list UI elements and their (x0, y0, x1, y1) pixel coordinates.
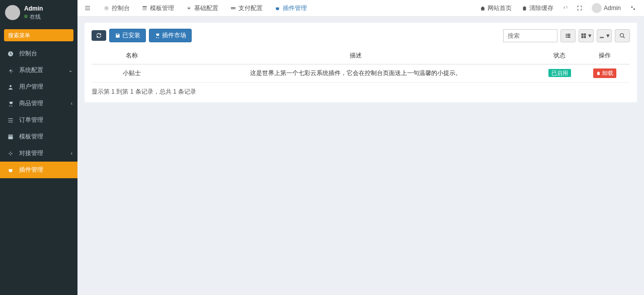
chevron-left-icon: ‹ (71, 151, 72, 156)
home-link[interactable]: 网站首页 (475, 0, 517, 17)
svg-rect-7 (9, 134, 13, 135)
list-icon (565, 33, 571, 39)
svg-rect-24 (568, 35, 571, 36)
col-name[interactable]: 名称 (92, 47, 172, 64)
tab-template[interactable]: 模板管理 (136, 0, 180, 17)
cart-icon (6, 101, 15, 107)
status-badge[interactable]: 已启用 (548, 69, 571, 77)
plug-icon (275, 6, 280, 11)
svg-rect-10 (85, 8, 90, 9)
sidebar-item-template[interactable]: 模板管理 (0, 128, 77, 145)
search-input[interactable] (4, 29, 73, 41)
svg-rect-13 (142, 6, 146, 7)
clear-cache-link[interactable]: 清除缓存 (517, 0, 558, 17)
sidebar-label: 用户管理 (19, 83, 43, 91)
svg-rect-25 (568, 37, 571, 38)
gears-icon (630, 5, 636, 11)
sidebar-search (0, 25, 77, 45)
sidebar-item-console[interactable]: 控制台 (0, 45, 77, 62)
svg-rect-27 (584, 33, 586, 35)
user-status: 在线 (24, 13, 43, 20)
template-icon (6, 134, 15, 140)
hamburger-button[interactable] (77, 0, 98, 17)
sidebar-item-user[interactable]: 用户管理 (0, 79, 77, 95)
search-toggle-button[interactable] (615, 29, 630, 42)
columns-button[interactable]: ▾ (579, 29, 594, 42)
table-footer: 显示第 1 到第 1 条记录，总共 1 条记录 (92, 88, 630, 96)
sidebar-item-order[interactable]: 订单管理 (0, 112, 77, 128)
svg-point-18 (631, 7, 633, 8)
sidebar-menu: 控制台 系统配置⌄ 用户管理 商品管理‹ 订单管理 模板管理 对接管理‹ 插件管… (0, 45, 77, 178)
view-list-button[interactable] (560, 29, 576, 42)
sidebar-item-goods[interactable]: 商品管理‹ (0, 95, 77, 112)
sidebar-item-plugin[interactable]: 插件管理 (0, 162, 77, 178)
export-button[interactable]: ▾ (597, 29, 612, 42)
cog-icon (6, 67, 15, 73)
tab-pay[interactable]: 支付配置 (224, 0, 269, 17)
tab-basic[interactable]: 基础配置 (180, 0, 224, 17)
sidebar: Admin 在线 控制台 系统配置⌄ 用户管理 商品管理‹ 订单管理 模板管理 (0, 0, 77, 295)
table-search-input[interactable] (503, 29, 557, 42)
trash-icon (522, 6, 527, 11)
sidebar-label: 模板管理 (19, 132, 43, 141)
status-text: 在线 (30, 13, 41, 20)
svg-rect-21 (566, 35, 567, 36)
dashboard-icon (6, 51, 15, 57)
tab-label: 支付配置 (238, 4, 263, 13)
lang-icon (562, 5, 569, 11)
cart-icon (154, 33, 160, 38)
settings-button[interactable] (626, 0, 640, 17)
main-panel: 已安装 插件市场 ▾ ▾ (85, 23, 637, 102)
sidebar-label: 插件管理 (19, 166, 43, 174)
tab-plugin[interactable]: 插件管理 (269, 0, 313, 17)
tab-label: 基础配置 (194, 4, 218, 13)
user-name: Admin (24, 5, 43, 13)
sidebar-label: 商品管理 (19, 99, 43, 108)
svg-point-19 (633, 9, 635, 10)
user-icon (6, 84, 15, 90)
plugin-table: 名称 描述 状态 操作 小贴士 这是世界上第一个七彩云系统插件，它会在控制台页面… (92, 47, 630, 83)
topnav: 控制台 模板管理 基础配置 支付配置 插件管理 (98, 0, 313, 17)
dashboard-icon (104, 6, 109, 11)
svg-point-3 (10, 85, 12, 87)
chevron-down-icon: ⌄ (68, 67, 72, 73)
market-button[interactable]: 插件市场 (149, 29, 192, 42)
user-menu[interactable]: Admin (587, 0, 626, 17)
link-icon (6, 151, 15, 157)
svg-rect-20 (566, 34, 567, 35)
col-desc[interactable]: 描述 (172, 47, 539, 64)
uninstall-button[interactable]: 卸载 (593, 68, 616, 78)
search-icon (619, 33, 625, 39)
installed-button[interactable]: 已安装 (109, 29, 146, 42)
col-action[interactable]: 操作 (580, 47, 630, 64)
svg-rect-17 (231, 8, 235, 8)
sidebar-label: 系统配置 (19, 66, 43, 75)
svg-rect-9 (85, 6, 90, 7)
export-icon (599, 33, 605, 39)
sidebar-item-system[interactable]: 系统配置⌄ (0, 62, 77, 79)
svg-rect-22 (566, 37, 567, 38)
topbar: 控制台 模板管理 基础配置 支付配置 插件管理 网站首页 清除缓存 Admin (77, 0, 644, 17)
tab-label: 控制台 (112, 4, 130, 13)
svg-line-31 (623, 36, 625, 38)
expand-icon (577, 5, 583, 11)
svg-rect-26 (582, 33, 584, 35)
svg-rect-5 (9, 120, 13, 120)
sidebar-item-docking[interactable]: 对接管理‹ (0, 145, 77, 162)
avatar (5, 5, 20, 20)
toolbar: 已安装 插件市场 ▾ ▾ (92, 29, 630, 42)
trash-icon (596, 71, 601, 76)
refresh-button[interactable] (92, 30, 106, 41)
caret-down-icon: ▾ (606, 32, 610, 39)
sidebar-label: 对接管理 (19, 149, 43, 158)
save-icon (115, 33, 120, 38)
table-row: 小贴士 这是世界上第一个七彩云系统插件，它会在控制台页面送上一句温馨的小提示。 … (92, 64, 630, 83)
tab-console[interactable]: 控制台 (98, 0, 136, 17)
grid-icon (581, 33, 587, 39)
lang-button[interactable] (558, 0, 573, 17)
svg-rect-6 (9, 122, 13, 122)
col-status[interactable]: 状态 (539, 47, 580, 64)
refresh-icon (96, 33, 102, 38)
svg-rect-4 (9, 118, 13, 119)
fullscreen-button[interactable] (573, 0, 587, 17)
